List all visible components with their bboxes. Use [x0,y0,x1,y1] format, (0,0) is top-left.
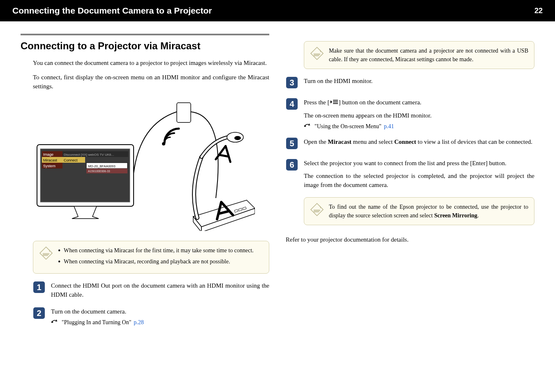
note-box-3: To find out the name of the Epson projec… [304,197,534,225]
note-box-1: When connecting via Miracast for the fir… [33,241,269,274]
xref-page-link[interactable]: p.28 [134,319,144,326]
svg-text:Miracast: Miracast [43,158,58,162]
left-column: Connecting to a Projector via Miracast Y… [21,34,269,333]
page-number: 22 [534,7,543,15]
cross-reference[interactable]: "Plugging In and Turning On" p.28 [51,319,269,326]
svg-text:Image: Image [43,152,53,157]
intro-paragraph-2: To connect, first display the on-screen … [33,73,269,91]
svg-point-27 [51,322,53,323]
note-content: To find out the name of the Epson projec… [329,203,528,220]
step-badge-icon: 1 [33,281,45,295]
note-box-2: Make sure that the document camera and a… [304,41,534,69]
note-content: Make sure that the document camera and a… [329,46,528,64]
step-3: 3 Turn on the HDMI monitor. [286,76,534,90]
step-1: 1 Connect the HDMI Out port on the docum… [33,281,269,300]
step-text: Connect the HDMI Out port on the documen… [51,281,269,300]
xref-page-link[interactable]: p.41 [384,123,394,130]
step-4: 4 Press the [] button on the document ca… [286,98,534,130]
intro-paragraph-1: You can connect the document camera to a… [33,58,269,68]
step-badge-icon: 6 [286,159,298,173]
svg-rect-17 [177,103,191,122]
step-text: Open the Miracast menu and select Connec… [304,137,534,147]
svg-point-22 [234,136,241,140]
page-body: Connecting to a Projector via Miracast Y… [0,21,555,346]
step-subtext: The connection to the selected projector… [304,171,534,190]
connection-diagram: Image Miracast System Disconnect [XX] we… [21,99,269,233]
svg-text:5: 5 [289,139,294,148]
note-item: When connecting via Miracast, recording … [58,257,263,266]
svg-text:1: 1 [37,283,41,292]
step-badge-icon: 4 [286,98,298,112]
menu-button-icon [330,98,339,108]
svg-text:A1561000308-33: A1561000308-33 [88,170,110,173]
svg-point-36 [304,126,306,127]
svg-text:System: System [43,164,56,168]
step-text: Turn on the document camera. [51,307,269,316]
svg-text:4: 4 [289,99,294,108]
page-title: Connecting the Document Camera to a Proj… [12,6,212,16]
step-badge-icon: 5 [286,137,298,151]
step-text: Select the projector you want to connect… [304,159,534,168]
step-5: 5 Open the Miracast menu and select Conn… [286,137,534,151]
cross-reference[interactable]: "Using the On-screen Menu" p.41 [304,123,534,130]
svg-point-32 [330,101,331,103]
step-subtext: The on-screen menu appears on the HDMI m… [304,111,534,120]
xref-title: "Using the On-screen Menu" [314,123,382,130]
svg-text:2: 2 [37,309,41,318]
xref-title: "Plugging In and Turning On" [62,319,131,326]
svg-text:6: 6 [289,160,294,169]
note-icon [39,246,53,263]
note-item: When connecting via Miracast for the fir… [58,246,263,255]
page-header: Connecting the Document Camera to a Proj… [0,0,555,21]
svg-text:MD-20_BFAA0093: MD-20_BFAA0093 [88,164,116,168]
note-content: When connecting via Miracast for the fir… [58,246,263,268]
pointer-icon [51,319,59,326]
svg-text:Connect: Connect [64,158,78,162]
svg-text:3: 3 [289,78,294,87]
note-icon [310,203,324,219]
step-text: Turn on the HDMI monitor. [304,76,534,86]
svg-text:Disconnect  [XX] webOS TV UK6.: Disconnect [XX] webOS TV UK6... [64,153,114,157]
note-icon [310,46,324,63]
right-column: Make sure that the document camera and a… [286,34,534,333]
step-6: 6 Select the projector you want to conne… [286,159,534,190]
pointer-icon [304,123,312,130]
svg-point-16 [162,142,165,145]
section-heading: Connecting to a Projector via Miracast [21,34,269,52]
step-2: 2 Turn on the document camera. "Plugging… [33,307,269,326]
diagram-svg: Image Miracast System Disconnect [XX] we… [33,99,255,231]
step-badge-icon: 3 [286,76,298,90]
step-text: Press the [] button on the document came… [304,98,534,108]
step-badge-icon: 2 [33,307,45,321]
closing-paragraph: Refer to your projector documentation fo… [286,235,534,244]
